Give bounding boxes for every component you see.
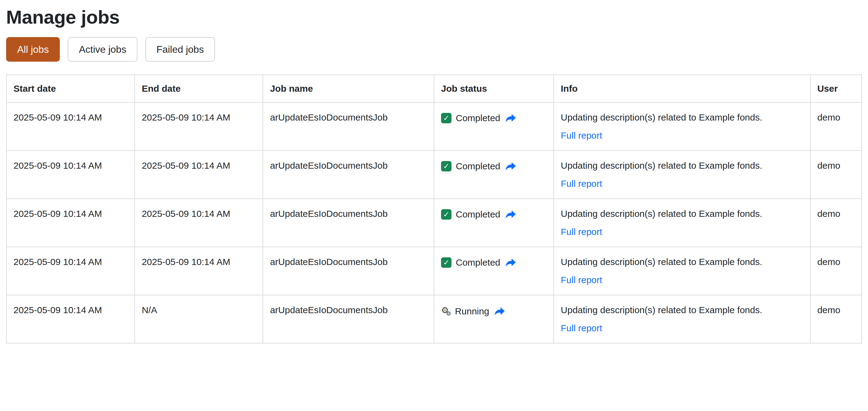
table-row: 2025-05-09 10:14 AM 2025-05-09 10:14 AM … <box>6 151 862 199</box>
filter-failed-jobs-button[interactable]: Failed jobs <box>145 37 215 62</box>
start-date-cell: 2025-05-09 10:14 AM <box>6 102 135 151</box>
table-row: 2025-05-09 10:14 AM 2025-05-09 10:14 AM … <box>6 247 862 295</box>
end-date-cell: 2025-05-09 10:14 AM <box>135 102 263 151</box>
user-cell: demo <box>810 102 862 151</box>
table-row: 2025-05-09 10:14 AM 2025-05-09 10:14 AM … <box>6 102 862 151</box>
forward-arrow-icon[interactable] <box>505 210 516 219</box>
job-name-cell: arUpdateEsIoDocumentsJob <box>263 151 434 199</box>
info-cell: Updating description(s) related to Examp… <box>554 102 810 151</box>
start-date-cell: 2025-05-09 10:14 AM <box>6 151 135 199</box>
info-text: Updating description(s) related to Examp… <box>561 207 803 221</box>
header-job-name: Job name <box>263 75 434 102</box>
forward-arrow-icon[interactable] <box>494 307 505 316</box>
job-name-cell: arUpdateEsIoDocumentsJob <box>263 102 434 151</box>
job-filter-bar: All jobs Active jobs Failed jobs <box>6 37 862 62</box>
start-date-cell: 2025-05-09 10:14 AM <box>6 199 135 247</box>
manage-jobs-page: Manage jobs All jobs Active jobs Failed … <box>0 0 868 344</box>
info-text: Updating description(s) related to Examp… <box>561 303 803 317</box>
full-report-link[interactable]: Full report <box>561 273 602 287</box>
header-job-status: Job status <box>434 75 554 102</box>
page-title: Manage jobs <box>6 6 862 28</box>
header-end-date: End date <box>135 75 263 102</box>
job-status-cell: ✓ ⚙⚙ Completed <box>434 199 554 247</box>
job-status-cell: ✓ ⚙⚙ Completed <box>434 102 554 151</box>
info-cell: Updating description(s) related to Examp… <box>554 295 810 343</box>
full-report-link[interactable]: Full report <box>561 129 602 142</box>
full-report-link[interactable]: Full report <box>561 225 602 239</box>
forward-arrow-icon[interactable] <box>505 162 516 171</box>
job-name-cell: arUpdateEsIoDocumentsJob <box>263 295 434 343</box>
info-cell: Updating description(s) related to Examp… <box>554 151 810 199</box>
full-report-link[interactable]: Full report <box>561 321 602 335</box>
end-date-cell: N/A <box>135 295 263 343</box>
status-label: Completed <box>456 111 500 125</box>
end-date-cell: 2025-05-09 10:14 AM <box>135 199 263 247</box>
table-row: 2025-05-09 10:14 AM N/A arUpdateEsIoDocu… <box>6 295 862 343</box>
status-label: Completed <box>456 208 500 221</box>
table-row: 2025-05-09 10:14 AM 2025-05-09 10:14 AM … <box>6 199 862 247</box>
check-square-icon: ✓ <box>441 113 452 123</box>
info-cell: Updating description(s) related to Examp… <box>554 247 810 295</box>
user-cell: demo <box>810 199 862 247</box>
user-cell: demo <box>810 295 862 343</box>
end-date-cell: 2025-05-09 10:14 AM <box>135 151 263 199</box>
jobs-table: Start date End date Job name Job status … <box>6 74 862 344</box>
job-name-cell: arUpdateEsIoDocumentsJob <box>263 247 434 295</box>
job-status-cell: ✓ ⚙⚙ Completed <box>434 247 554 295</box>
user-cell: demo <box>810 247 862 295</box>
end-date-cell: 2025-05-09 10:14 AM <box>135 247 263 295</box>
status-label: Completed <box>456 159 500 173</box>
info-text: Updating description(s) related to Examp… <box>561 255 803 269</box>
header-start-date: Start date <box>6 75 135 102</box>
forward-arrow-icon[interactable] <box>505 114 516 123</box>
status-label: Running <box>455 305 489 318</box>
info-text: Updating description(s) related to Examp… <box>561 159 803 172</box>
job-status-cell: ✓ ⚙⚙ Running <box>434 295 554 343</box>
gears-icon: ⚙⚙ <box>441 306 451 317</box>
filter-all-jobs-button[interactable]: All jobs <box>6 37 60 62</box>
check-square-icon: ✓ <box>441 257 452 268</box>
header-info: Info <box>554 75 810 102</box>
info-text: Updating description(s) related to Examp… <box>561 111 803 124</box>
job-name-cell: arUpdateEsIoDocumentsJob <box>263 199 434 247</box>
info-cell: Updating description(s) related to Examp… <box>554 199 810 247</box>
job-status-cell: ✓ ⚙⚙ Completed <box>434 151 554 199</box>
forward-arrow-icon[interactable] <box>505 258 516 267</box>
filter-active-jobs-button[interactable]: Active jobs <box>68 37 137 62</box>
jobs-table-header: Start date End date Job name Job status … <box>6 75 862 102</box>
check-square-icon: ✓ <box>441 161 452 171</box>
header-user: User <box>810 75 862 102</box>
start-date-cell: 2025-05-09 10:14 AM <box>6 295 135 343</box>
check-square-icon: ✓ <box>441 209 452 220</box>
jobs-table-body: 2025-05-09 10:14 AM 2025-05-09 10:14 AM … <box>6 102 862 343</box>
status-label: Completed <box>456 256 500 269</box>
start-date-cell: 2025-05-09 10:14 AM <box>6 247 135 295</box>
full-report-link[interactable]: Full report <box>561 177 602 190</box>
user-cell: demo <box>810 151 862 199</box>
